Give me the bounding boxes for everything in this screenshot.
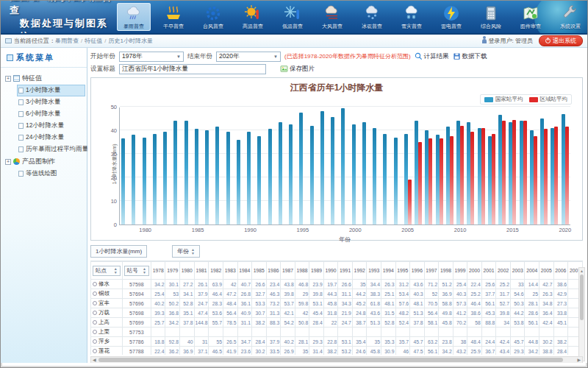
regional-station-bar[interactable]: [481, 128, 485, 224]
logout-button[interactable]: 退出系统: [539, 35, 583, 46]
national-station-bar[interactable]: [121, 138, 125, 224]
toolbar-item-snow[interactable]: 雪灾普查: [395, 3, 429, 31]
bar-group[interactable]: [298, 107, 308, 224]
toolbar-item-drought[interactable]: 干旱普查: [157, 3, 190, 31]
national-station-bar[interactable]: [331, 117, 334, 224]
station-name-cell[interactable]: 宜丰: [91, 299, 123, 308]
national-station-bar[interactable]: [299, 113, 303, 224]
vertical-scroll-thumb[interactable]: [580, 275, 584, 320]
legend-item[interactable]: 区域站平均: [529, 96, 568, 103]
station-table-viewport[interactable]: 站点▲▼站号▲▼19781979198019811982198319841985…: [90, 261, 583, 355]
toolbar-item-settings[interactable]: 系统设置: [553, 3, 587, 31]
station-radio[interactable]: [93, 291, 97, 296]
national-station-bar[interactable]: [352, 124, 356, 224]
scroll-right-icon[interactable]: ▶: [577, 357, 581, 363]
sidebar-group[interactable]: +产品图制作: [5, 155, 85, 168]
end-year-select[interactable]: 2020年 ▼: [216, 52, 281, 62]
regional-station-bar[interactable]: [418, 142, 422, 224]
bar-group[interactable]: [560, 107, 570, 224]
station-name-cell[interactable]: 万载: [91, 308, 123, 318]
national-station-bar[interactable]: [394, 138, 398, 224]
bar-group[interactable]: [287, 107, 298, 224]
regional-station-bar[interactable]: [502, 121, 506, 224]
regional-station-bar[interactable]: [429, 138, 432, 224]
station-name-cell[interactable]: 上高: [91, 318, 123, 328]
national-station-bar[interactable]: [562, 114, 565, 224]
regional-station-bar[interactable]: [554, 127, 558, 224]
chart-legend[interactable]: 国家站平均区域站平均: [480, 94, 572, 105]
national-station-bar[interactable]: [184, 121, 188, 224]
station-radio[interactable]: [93, 320, 97, 325]
national-station-bar[interactable]: [436, 135, 440, 224]
sidebar-item[interactable]: 12小时降水量: [17, 120, 85, 132]
station-radio[interactable]: [93, 330, 97, 334]
regional-station-bar[interactable]: [523, 121, 527, 224]
national-station-bar[interactable]: [341, 108, 345, 224]
bar-group[interactable]: [340, 107, 350, 224]
vertical-scrollbar[interactable]: ▲ ▼: [578, 267, 585, 361]
chart-title-input[interactable]: 江西省历年1小时降水量: [119, 64, 266, 74]
bar-group[interactable]: [193, 107, 204, 224]
national-station-bar[interactable]: [163, 132, 167, 224]
bar-group[interactable]: [162, 107, 172, 224]
horizontal-scroll-thumb[interactable]: [98, 358, 563, 362]
toolbar-item-rainstorm[interactable]: 暴雨普查: [117, 3, 151, 31]
national-station-bar[interactable]: [257, 136, 261, 224]
bar-group[interactable]: [120, 107, 130, 224]
national-station-bar[interactable]: [373, 128, 376, 224]
national-station-bar[interactable]: [247, 132, 251, 224]
bar-group[interactable]: [445, 107, 455, 224]
regional-station-bar[interactable]: [534, 136, 537, 224]
sidebar-item[interactable]: 6小时降水量: [17, 108, 85, 120]
regional-station-bar[interactable]: [408, 180, 412, 224]
national-station-bar[interactable]: [478, 128, 481, 224]
bar-group[interactable]: [434, 107, 445, 224]
bar-group[interactable]: [549, 107, 559, 224]
bar-group[interactable]: [403, 107, 413, 224]
national-station-bar[interactable]: [383, 134, 387, 224]
expander-icon[interactable]: +: [5, 76, 11, 82]
toolbar-item-hail[interactable]: 冰雹普查: [355, 3, 389, 31]
national-station-bar[interactable]: [173, 121, 177, 224]
bar-group[interactable]: [329, 107, 340, 224]
sidebar-item[interactable]: 等值线绘图: [17, 168, 85, 180]
bar-group[interactable]: [151, 107, 162, 224]
station-radio[interactable]: [93, 339, 97, 344]
regional-station-bar[interactable]: [492, 134, 495, 224]
regional-station-bar[interactable]: [544, 129, 548, 224]
calculate-button[interactable]: 计算结果: [415, 52, 449, 61]
download-button[interactable]: 数据下载: [453, 52, 487, 61]
national-station-bar[interactable]: [268, 129, 272, 224]
bar-group[interactable]: [141, 107, 151, 224]
bar-group[interactable]: [507, 107, 517, 224]
national-station-bar[interactable]: [226, 132, 230, 224]
bar-group[interactable]: [204, 107, 214, 224]
toolbar-item-wind[interactable]: 大风普查: [315, 3, 349, 31]
bar-group[interactable]: [235, 107, 245, 224]
bar-group[interactable]: [487, 107, 497, 224]
bar-group[interactable]: [413, 107, 423, 224]
station-radio[interactable]: [93, 282, 97, 286]
station-radio[interactable]: [93, 301, 97, 305]
bar-group[interactable]: [476, 107, 487, 224]
toolbar-item-cold[interactable]: 低温普查: [276, 3, 309, 31]
toolbar-item-typhoon[interactable]: 台风普查: [196, 3, 230, 31]
bar-group[interactable]: [309, 107, 319, 224]
station-name-cell[interactable]: 莲花: [91, 347, 123, 355]
start-year-select[interactable]: 1978年 ▼: [119, 52, 184, 62]
bar-group[interactable]: [256, 107, 266, 224]
station-name-cell[interactable]: 萍乡: [91, 337, 123, 347]
regional-station-bar[interactable]: [565, 127, 569, 224]
breadcrumb-segment[interactable]: 历史1小时降水量: [108, 37, 152, 45]
national-station-bar[interactable]: [362, 122, 366, 224]
station-name-cell[interactable]: 铜鼓: [91, 289, 123, 299]
bar-group[interactable]: [518, 107, 528, 224]
station-name-cell[interactable]: 上栗: [91, 328, 123, 337]
bar-group[interactable]: [183, 107, 193, 224]
bar-group[interactable]: [319, 107, 329, 224]
year-sort-box[interactable]: 年份 ▲▼: [172, 245, 200, 258]
national-station-bar[interactable]: [205, 130, 209, 224]
regional-station-bar[interactable]: [450, 136, 453, 224]
breadcrumb-segment[interactable]: 特征值: [85, 37, 102, 45]
toolbar-item-heat[interactable]: 高温普查: [236, 3, 270, 31]
